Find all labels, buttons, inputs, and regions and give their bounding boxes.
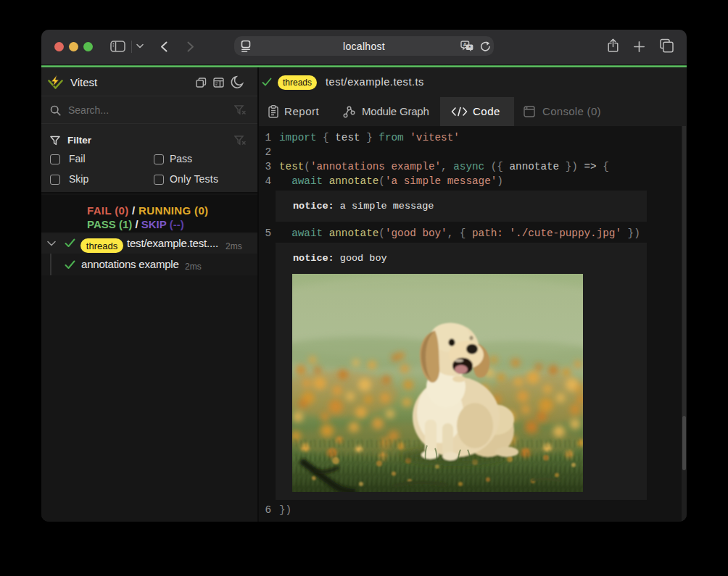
svg-text:*: * (468, 44, 471, 51)
